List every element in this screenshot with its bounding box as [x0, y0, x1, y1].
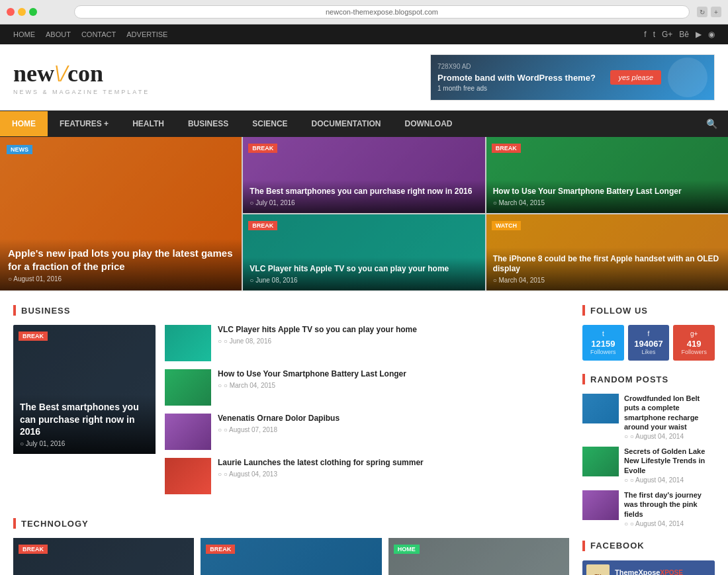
twitter-label: Followers — [590, 349, 616, 355]
facebook-label: Likes — [642, 349, 656, 355]
facebook-section: FACEBOOK TX ThemeXposeXPOSE 7,172 likes — [582, 541, 715, 575]
business-item-title-1: How to Use Your Smartphone Battery Last … — [218, 369, 569, 380]
tech-badge-0: BREAK — [19, 543, 48, 553]
random-item-0[interactable]: Crowdfunded Ion Belt puts a complete sma… — [582, 394, 715, 440]
fb-page-thumb: TX — [586, 564, 610, 575]
business-list-item-2[interactable]: Venenatis Ornare Dolor Dapibus ○ August … — [165, 414, 569, 450]
hero-item-smartphones[interactable]: BREAK The Best smartphones you can purch… — [243, 137, 484, 213]
tech-badge-2: HOME — [394, 543, 420, 553]
hero-badge-watch: WATCH — [492, 220, 521, 230]
business-list-item-0[interactable]: VLC Player hits Apple TV so you can play… — [165, 325, 569, 361]
hero-item-vlc[interactable]: BREAK VLC Player hits Apple TV so you ca… — [243, 214, 484, 290]
nav-items: HOME FEATURES + HEALTH BUSINESS SCIENCE … — [0, 111, 465, 136]
google-label: Followers — [681, 349, 707, 355]
random-item-2[interactable]: The first day's journey was through the … — [582, 490, 715, 527]
sidebar: FOLLOW US t 12159 Followers f 194067 Lik… — [582, 305, 715, 575]
hero-item-battery[interactable]: BREAK How to Use Your Smartphone Battery… — [486, 137, 728, 213]
business-item-info-0: VLC Player hits Apple TV so you can play… — [218, 325, 569, 345]
google-follow-btn[interactable]: g+ 419 Followers — [673, 325, 715, 361]
ad-figure — [668, 58, 707, 97]
facebook-count: 194067 — [634, 339, 662, 349]
business-item-date-1: ○ March 04, 2015 — [218, 382, 569, 389]
hero-date-smartphones: ○ July 01, 2016 — [250, 199, 478, 206]
browser-plus[interactable]: + — [711, 7, 721, 17]
tech-item-2[interactable]: HOME Even the Celebrities Wanted to Dres… — [388, 538, 569, 575]
logo-text: new\/con — [13, 60, 150, 87]
nav-about[interactable]: ABOUT — [46, 30, 71, 38]
random-posts-bar — [582, 374, 585, 384]
logo-accent: \/ — [54, 60, 68, 87]
social-instagram-icon[interactable]: ◉ — [708, 30, 715, 39]
business-list-item-3[interactable]: Laurie Launches the latest clothing for … — [165, 458, 569, 494]
nav-item-documentation[interactable]: DOCUMENTATION — [300, 111, 393, 136]
tech-item-0[interactable]: BREAK The Best smartphones you can purch… — [13, 538, 194, 575]
random-item-info-2: The first day's journey was through the … — [624, 490, 715, 527]
facebook-follow-btn[interactable]: f 194067 Likes — [628, 325, 670, 361]
facebook-widget[interactable]: TX ThemeXposeXPOSE 7,172 likes 👍 Like — [582, 560, 715, 575]
random-item-date-2: ○ August 04, 2014 — [624, 520, 715, 527]
social-behance-icon[interactable]: Bē — [679, 30, 689, 39]
nav-item-home[interactable]: HOME — [0, 111, 48, 136]
twitter-count: 12159 — [591, 339, 615, 349]
top-nav-bar: HOME ABOUT CONTACT ADVERTISE f t G+ Bē ▶… — [0, 24, 728, 44]
nav-item-business[interactable]: BUSINESS — [176, 111, 240, 136]
facebook-bar — [582, 541, 585, 551]
browser-url[interactable]: newcon-themexpose.blogspot.com — [74, 5, 690, 19]
business-thumb-1 — [165, 369, 211, 406]
hero-title-smartphones: The Best smartphones you can purchase ri… — [250, 187, 478, 197]
random-item-1[interactable]: Secrets of Golden Lake New Lifestyle Tre… — [582, 447, 715, 484]
nav-item-features[interactable]: FEATURES + — [48, 111, 120, 136]
follow-us-title: FOLLOW US — [590, 306, 648, 316]
hero-date-iphone8: ○ March 04, 2015 — [493, 277, 721, 284]
business-item-date-3: ○ August 04, 2013 — [218, 470, 569, 478]
tech-grid: BREAK The Best smartphones you can purch… — [13, 538, 569, 575]
social-youtube-icon[interactable]: ▶ — [696, 30, 702, 39]
nav-item-download[interactable]: DOWNLOAD — [393, 111, 465, 136]
ad-banner[interactable]: 728X90 AD Promote band with WordPress th… — [430, 54, 715, 101]
fb-page-info: ThemeXposeXPOSE 7,172 likes — [615, 568, 683, 575]
top-nav-social: f t G+ Bē ▶ ◉ — [644, 30, 715, 39]
ad-button[interactable]: yes please — [610, 70, 661, 85]
hero-badge-break1: BREAK — [248, 142, 277, 152]
social-google-icon[interactable]: G+ — [662, 30, 672, 39]
facebook-section-header: FACEBOOK — [582, 541, 715, 551]
hero-item-ipad[interactable]: NEWS Apple's new ipad lots you play the … — [0, 137, 242, 290]
hero-date-ipad: ○ August 01, 2016 — [8, 275, 234, 283]
site-logo[interactable]: new\/con NEWS & MAGAZINE TEMPLATE — [13, 60, 150, 95]
nav-item-science[interactable]: SCIENCE — [240, 111, 299, 136]
business-main-card[interactable]: BREAK The Best smartphones you can purch… — [13, 325, 156, 502]
hero-badge-break3: BREAK — [248, 220, 277, 230]
ad-headline: Promote band with WordPress theme? — [437, 73, 604, 84]
social-twitter-icon[interactable]: t — [653, 30, 655, 39]
ad-content: 728X90 AD Promote band with WordPress th… — [431, 55, 714, 100]
random-thumb-2 — [582, 490, 619, 520]
business-list-item-1[interactable]: How to Use Your Smartphone Battery Last … — [165, 369, 569, 406]
main-content: BUSINESS BREAK The Best smartphones you … — [13, 305, 569, 575]
business-main-badge: BREAK — [19, 330, 48, 340]
random-item-info-0: Crowdfunded Ion Belt puts a complete sma… — [624, 394, 715, 440]
business-item-info-3: Laurie Launches the latest clothing for … — [218, 458, 569, 478]
dot-red — [7, 8, 15, 16]
browser-refresh[interactable]: ↻ — [697, 7, 707, 17]
nav-home[interactable]: HOME — [13, 30, 35, 38]
hero-title-iphone8: The iPhone 8 could be the first Apple ha… — [493, 254, 721, 275]
nav-item-health[interactable]: HEALTH — [120, 111, 176, 136]
search-icon[interactable]: 🔍 — [696, 111, 728, 137]
business-item-title-2: Venenatis Ornare Dolor Dapibus — [218, 414, 569, 424]
main-nav: HOME FEATURES + HEALTH BUSINESS SCIENCE … — [0, 111, 728, 137]
nav-advertise[interactable]: ADVERTISE — [126, 30, 167, 38]
follow-us-header: FOLLOW US — [582, 305, 715, 316]
hero-item-iphone8[interactable]: WATCH The iPhone 8 could be the first Ap… — [486, 214, 728, 290]
tech-item-1[interactable]: BREAK How to Use Your Smartphone Battery… — [201, 538, 381, 575]
social-facebook-icon[interactable]: f — [644, 30, 646, 39]
twitter-follow-btn[interactable]: t 12159 Followers — [582, 325, 624, 361]
fb-header-row: TX ThemeXposeXPOSE 7,172 likes — [586, 564, 711, 575]
business-item-title-3: Laurie Launches the latest clothing for … — [218, 458, 569, 468]
business-item-info-2: Venenatis Ornare Dolor Dapibus ○ August … — [218, 414, 569, 433]
hero-title-vlc: VLC Player hits Apple TV so you can play… — [250, 264, 478, 275]
business-item-date-0: ○ June 08, 2016 — [218, 337, 569, 345]
business-section: BUSINESS BREAK The Best smartphones you … — [13, 305, 569, 502]
tech-badge-1: BREAK — [206, 543, 235, 553]
nav-contact[interactable]: CONTACT — [81, 30, 116, 38]
business-thumb-0 — [165, 325, 211, 361]
